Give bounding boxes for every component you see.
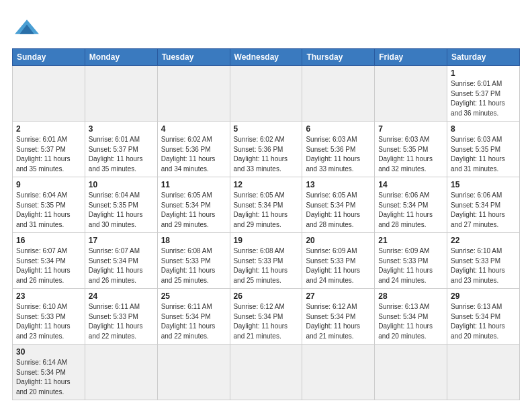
calendar-cell (157, 345, 230, 400)
day-number: 26 (234, 291, 299, 301)
day-number: 23 (16, 291, 81, 301)
weekday-monday: Monday (85, 49, 157, 66)
day-info: Sunrise: 6:05 AM Sunset: 5:34 PM Dayligh… (306, 191, 371, 230)
day-info: Sunrise: 6:06 AM Sunset: 5:34 PM Dayligh… (378, 191, 443, 230)
day-info: Sunrise: 6:03 AM Sunset: 5:35 PM Dayligh… (378, 135, 443, 174)
calendar-cell (302, 345, 375, 400)
calendar-cell (157, 66, 230, 122)
day-number: 16 (16, 236, 81, 245)
calendar-cell: 25Sunrise: 6:11 AM Sunset: 5:34 PM Dayli… (157, 289, 230, 345)
day-info: Sunrise: 6:02 AM Sunset: 5:36 PM Dayligh… (234, 135, 299, 174)
calendar-cell: 21Sunrise: 6:09 AM Sunset: 5:33 PM Dayli… (375, 233, 447, 289)
calendar-cell (230, 345, 302, 400)
day-info: Sunrise: 6:05 AM Sunset: 5:34 PM Dayligh… (234, 191, 299, 230)
day-info: Sunrise: 6:11 AM Sunset: 5:34 PM Dayligh… (161, 302, 226, 341)
calendar-cell: 6Sunrise: 6:03 AM Sunset: 5:36 PM Daylig… (302, 122, 375, 177)
calendar-cell: 22Sunrise: 6:10 AM Sunset: 5:33 PM Dayli… (447, 233, 520, 289)
weekday-tuesday: Tuesday (157, 49, 230, 66)
logo-icon (15, 15, 39, 39)
day-info: Sunrise: 6:09 AM Sunset: 5:33 PM Dayligh… (306, 246, 371, 285)
day-info: Sunrise: 6:14 AM Sunset: 5:34 PM Dayligh… (16, 358, 81, 397)
day-info: Sunrise: 6:06 AM Sunset: 5:34 PM Dayligh… (451, 191, 516, 230)
day-info: Sunrise: 6:03 AM Sunset: 5:36 PM Dayligh… (306, 135, 371, 174)
day-number: 2 (16, 124, 81, 134)
calendar-cell: 24Sunrise: 6:11 AM Sunset: 5:33 PM Dayli… (85, 289, 157, 345)
day-info: Sunrise: 6:13 AM Sunset: 5:34 PM Dayligh… (378, 302, 443, 341)
day-info: Sunrise: 6:01 AM Sunset: 5:37 PM Dayligh… (16, 135, 81, 174)
weekday-header-row: SundayMondayTuesdayWednesdayThursdayFrid… (13, 49, 520, 66)
calendar-cell: 11Sunrise: 6:05 AM Sunset: 5:34 PM Dayli… (157, 177, 230, 233)
calendar-cell: 30Sunrise: 6:14 AM Sunset: 5:34 PM Dayli… (13, 345, 85, 400)
weekday-wednesday: Wednesday (230, 49, 302, 66)
calendar-cell (13, 66, 85, 122)
day-info: Sunrise: 6:02 AM Sunset: 5:36 PM Dayligh… (161, 135, 226, 174)
calendar-cell (375, 345, 447, 400)
day-info: Sunrise: 6:07 AM Sunset: 5:34 PM Dayligh… (16, 246, 81, 285)
day-number: 28 (378, 291, 443, 301)
day-number: 1 (451, 68, 516, 78)
day-number: 30 (16, 347, 81, 357)
week-row-0: 1Sunrise: 6:01 AM Sunset: 5:37 PM Daylig… (13, 66, 520, 122)
day-info: Sunrise: 6:08 AM Sunset: 5:33 PM Dayligh… (234, 246, 299, 285)
calendar-cell: 15Sunrise: 6:06 AM Sunset: 5:34 PM Dayli… (447, 177, 520, 233)
day-number: 27 (306, 291, 371, 301)
weekday-friday: Friday (375, 49, 447, 66)
day-info: Sunrise: 6:01 AM Sunset: 5:37 PM Dayligh… (451, 79, 516, 118)
day-info: Sunrise: 6:05 AM Sunset: 5:34 PM Dayligh… (161, 191, 226, 230)
day-number: 6 (306, 124, 371, 134)
calendar-cell: 3Sunrise: 6:01 AM Sunset: 5:37 PM Daylig… (85, 122, 157, 177)
day-number: 13 (306, 180, 371, 189)
day-number: 29 (451, 291, 516, 301)
day-number: 19 (234, 236, 299, 245)
calendar-cell: 29Sunrise: 6:13 AM Sunset: 5:34 PM Dayli… (447, 289, 520, 345)
calendar-cell (447, 345, 520, 400)
weekday-sunday: Sunday (13, 49, 85, 66)
day-info: Sunrise: 6:03 AM Sunset: 5:35 PM Dayligh… (451, 135, 516, 174)
calendar-cell: 17Sunrise: 6:07 AM Sunset: 5:34 PM Dayli… (85, 233, 157, 289)
calendar-cell: 2Sunrise: 6:01 AM Sunset: 5:37 PM Daylig… (13, 122, 85, 177)
day-number: 14 (378, 180, 443, 189)
day-info: Sunrise: 6:07 AM Sunset: 5:34 PM Dayligh… (89, 246, 154, 285)
calendar-cell: 10Sunrise: 6:04 AM Sunset: 5:35 PM Dayli… (85, 177, 157, 233)
calendar-cell: 28Sunrise: 6:13 AM Sunset: 5:34 PM Dayli… (375, 289, 447, 345)
day-number: 8 (451, 124, 516, 134)
day-number: 12 (234, 180, 299, 189)
calendar-cell: 19Sunrise: 6:08 AM Sunset: 5:33 PM Dayli… (230, 233, 302, 289)
day-number: 21 (378, 236, 443, 245)
day-number: 5 (234, 124, 299, 134)
day-number: 15 (451, 180, 516, 189)
calendar-cell: 7Sunrise: 6:03 AM Sunset: 5:35 PM Daylig… (375, 122, 447, 177)
calendar-cell (375, 66, 447, 122)
calendar-cell: 13Sunrise: 6:05 AM Sunset: 5:34 PM Dayli… (302, 177, 375, 233)
day-info: Sunrise: 6:11 AM Sunset: 5:33 PM Dayligh… (89, 302, 154, 341)
day-info: Sunrise: 6:13 AM Sunset: 5:34 PM Dayligh… (451, 302, 516, 341)
day-info: Sunrise: 6:04 AM Sunset: 5:35 PM Dayligh… (16, 191, 81, 230)
day-number: 4 (161, 124, 226, 134)
day-number: 17 (89, 236, 154, 245)
week-row-4: 23Sunrise: 6:10 AM Sunset: 5:33 PM Dayli… (13, 289, 520, 345)
calendar-cell: 5Sunrise: 6:02 AM Sunset: 5:36 PM Daylig… (230, 122, 302, 177)
calendar-header: SundayMondayTuesdayWednesdayThursdayFrid… (13, 49, 520, 66)
calendar-cell: 12Sunrise: 6:05 AM Sunset: 5:34 PM Dayli… (230, 177, 302, 233)
calendar-cell: 1Sunrise: 6:01 AM Sunset: 5:37 PM Daylig… (447, 66, 520, 122)
logo (12, 15, 39, 42)
day-info: Sunrise: 6:10 AM Sunset: 5:33 PM Dayligh… (451, 246, 516, 285)
calendar-body: 1Sunrise: 6:01 AM Sunset: 5:37 PM Daylig… (13, 66, 520, 400)
calendar-cell: 8Sunrise: 6:03 AM Sunset: 5:35 PM Daylig… (447, 122, 520, 177)
week-row-2: 9Sunrise: 6:04 AM Sunset: 5:35 PM Daylig… (13, 177, 520, 233)
calendar-cell: 9Sunrise: 6:04 AM Sunset: 5:35 PM Daylig… (13, 177, 85, 233)
calendar-cell: 26Sunrise: 6:12 AM Sunset: 5:34 PM Dayli… (230, 289, 302, 345)
day-number: 11 (161, 180, 226, 189)
day-number: 24 (89, 291, 154, 301)
calendar-cell: 4Sunrise: 6:02 AM Sunset: 5:36 PM Daylig… (157, 122, 230, 177)
day-info: Sunrise: 6:09 AM Sunset: 5:33 PM Dayligh… (378, 246, 443, 285)
calendar-cell: 20Sunrise: 6:09 AM Sunset: 5:33 PM Dayli… (302, 233, 375, 289)
day-info: Sunrise: 6:12 AM Sunset: 5:34 PM Dayligh… (234, 302, 299, 341)
calendar-table: SundayMondayTuesdayWednesdayThursdayFrid… (12, 48, 520, 400)
day-info: Sunrise: 6:01 AM Sunset: 5:37 PM Dayligh… (89, 135, 154, 174)
calendar-cell: 14Sunrise: 6:06 AM Sunset: 5:34 PM Dayli… (375, 177, 447, 233)
calendar-cell: 27Sunrise: 6:12 AM Sunset: 5:34 PM Dayli… (302, 289, 375, 345)
week-row-5: 30Sunrise: 6:14 AM Sunset: 5:34 PM Dayli… (13, 345, 520, 400)
header (12, 12, 520, 42)
day-number: 10 (89, 180, 154, 189)
